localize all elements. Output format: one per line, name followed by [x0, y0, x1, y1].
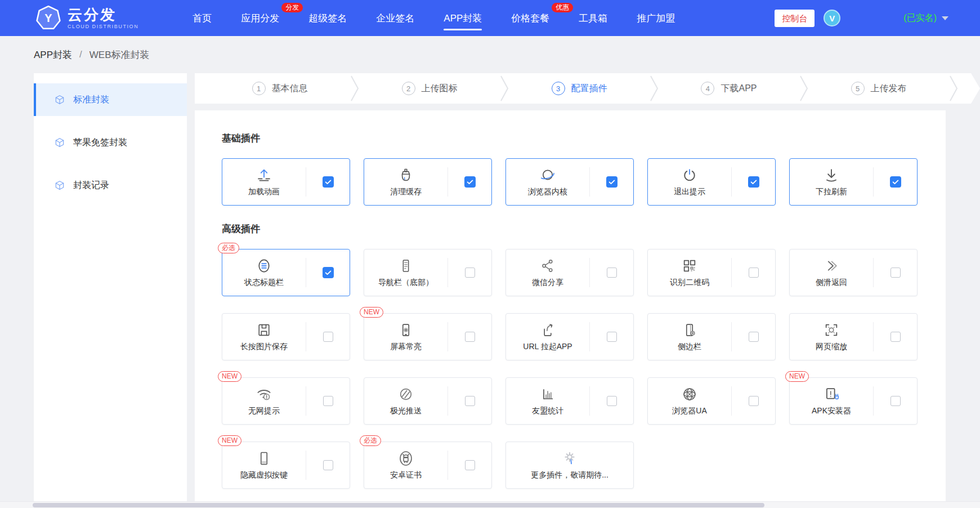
sidebar-item-3[interactable]: 封装记录: [34, 169, 187, 202]
umeng-stats-icon: [540, 386, 556, 403]
plugin-checkbox[interactable]: [607, 268, 617, 278]
plugin-card[interactable]: 更多插件，敬请期待...: [505, 442, 634, 489]
checkbox-wrap: [874, 332, 917, 342]
plugin-card-main: 状态标题栏: [222, 257, 306, 288]
nav-item-8[interactable]: 推广加盟: [622, 0, 690, 36]
plugin-card-main: 友盟统计: [506, 386, 589, 416]
step-4[interactable]: 4下载APP: [659, 82, 799, 95]
plugin-card[interactable]: 识别二维码: [647, 249, 776, 296]
plugin-checkbox[interactable]: [890, 396, 901, 406]
step-number: 5: [851, 82, 865, 95]
step-2[interactable]: 2上传图标: [359, 82, 500, 95]
nav-item-3[interactable]: 超级签名: [294, 0, 361, 36]
plugin-checkbox[interactable]: [465, 268, 475, 278]
sidebar-item-label: 苹果免签封装: [73, 137, 127, 149]
step-1[interactable]: 1基本信息: [209, 82, 350, 95]
plugin-card-main: 长按图片保存: [222, 322, 306, 352]
plugin-card[interactable]: 长按图片保存: [222, 313, 350, 360]
account-status-label: (已实名): [903, 12, 937, 24]
app-logo[interactable]: Y 云分发 CLOUD DISTRIBUTION: [36, 6, 138, 30]
nav-item-4[interactable]: 企业签名: [361, 0, 429, 36]
plugin-card[interactable]: 必选安卓证书: [364, 442, 492, 489]
checkbox-wrap: [306, 176, 350, 188]
plugin-label: 加载动画: [248, 187, 280, 197]
plugin-checkbox[interactable]: [749, 332, 759, 342]
nav-item-5[interactable]: APP封装: [429, 0, 496, 36]
plugin-checkbox[interactable]: [748, 176, 759, 188]
plugin-checkbox[interactable]: [890, 176, 901, 188]
plugin-card[interactable]: 退出提示: [647, 158, 776, 206]
plugin-checkbox[interactable]: [890, 268, 901, 278]
save-image-icon: [256, 322, 272, 338]
plugin-checkbox[interactable]: [606, 176, 617, 188]
console-button[interactable]: 控制台: [775, 10, 815, 27]
apk-installer-icon: [823, 386, 840, 403]
swipe-back-icon: [824, 257, 839, 274]
plugin-card[interactable]: 下拉刷新: [789, 158, 918, 206]
nav-item-label: 工具箱: [579, 12, 607, 25]
plugin-card[interactable]: NEW屏幕常亮: [364, 313, 492, 360]
plugin-checkbox[interactable]: [749, 396, 759, 406]
breadcrumb-section[interactable]: APP封装: [34, 48, 72, 61]
plugin-checkbox[interactable]: [465, 460, 475, 470]
plugin-card[interactable]: 极光推送: [364, 377, 492, 425]
nav-item-1[interactable]: 首页: [178, 0, 226, 36]
checkbox-wrap: [448, 268, 491, 278]
plugin-checkbox[interactable]: [890, 332, 901, 342]
plugin-checkbox[interactable]: [323, 176, 334, 188]
checkbox-wrap: [448, 396, 491, 406]
android-cert-icon: [397, 450, 415, 467]
account-status-dropdown[interactable]: (已实名): [903, 12, 948, 24]
plugin-checkbox[interactable]: [323, 332, 333, 342]
plugin-card[interactable]: 加载动画: [222, 158, 350, 206]
horizontal-scrollbar-thumb[interactable]: [33, 503, 764, 507]
plugin-card[interactable]: NEW无网提示: [222, 377, 350, 425]
clean-cache-icon: [398, 167, 414, 184]
plugin-card[interactable]: 网页缩放: [789, 313, 918, 360]
plugin-card[interactable]: 侧边栏: [647, 313, 776, 360]
plugin-checkbox[interactable]: [323, 460, 333, 470]
plugin-card-main: 无网提示: [222, 386, 306, 416]
step-5[interactable]: 5上传发布: [808, 82, 949, 95]
nav-badge: 分发: [281, 3, 303, 12]
nav-item-6[interactable]: 价格套餐优惠: [496, 0, 564, 36]
hide-virtual-keys-icon: [256, 450, 272, 467]
plugin-card-main: 网页缩放: [790, 322, 873, 352]
plugin-checkbox[interactable]: [464, 176, 476, 188]
plugin-card[interactable]: 侧滑返回: [789, 249, 918, 296]
avatar[interactable]: V: [824, 10, 840, 26]
plugin-label: 下拉刷新: [816, 187, 847, 197]
checkbox-wrap: [590, 176, 633, 188]
plugin-card-main: 识别二维码: [648, 257, 731, 288]
plugin-checkbox[interactable]: [323, 396, 333, 406]
horizontal-scrollbar-track[interactable]: [0, 501, 980, 508]
plugin-checkbox[interactable]: [607, 396, 617, 406]
plugin-card[interactable]: 清理缓存: [364, 158, 492, 206]
section-title: 高级插件: [222, 222, 919, 235]
step-3[interactable]: 3配置插件: [509, 82, 650, 95]
plugin-card-main: 下拉刷新: [790, 167, 873, 197]
plugin-checkbox[interactable]: [607, 332, 617, 342]
plugin-card[interactable]: 必选状态标题栏: [222, 249, 350, 296]
plugin-card[interactable]: 导航栏（底部）: [364, 249, 492, 296]
sidebar-item-1[interactable]: 标准封装: [34, 83, 187, 116]
sidebar-item-2[interactable]: 苹果免签封装: [34, 126, 187, 159]
plugin-card[interactable]: URL 拉起APP: [505, 313, 634, 360]
plugin-card[interactable]: 微信分享: [505, 249, 634, 296]
plugin-card[interactable]: 浏览器内核: [505, 158, 634, 206]
plugin-label: 长按图片保存: [240, 342, 288, 352]
nav-item-2[interactable]: 应用分发分发: [226, 0, 294, 36]
plugin-card-main: 安卓证书: [364, 450, 448, 480]
jpush-icon: [398, 386, 414, 403]
plugin-card[interactable]: NEW隐藏虚拟按键: [222, 442, 350, 489]
nav-item-7[interactable]: 工具箱: [564, 0, 622, 36]
plugin-card[interactable]: 友盟统计: [505, 377, 634, 425]
page-zoom-icon: [824, 322, 839, 338]
plugin-card[interactable]: 浏览器UA: [647, 377, 776, 425]
plugin-checkbox[interactable]: [465, 332, 475, 342]
plugin-checkbox[interactable]: [465, 396, 475, 406]
plugin-checkbox[interactable]: [323, 267, 334, 278]
plugin-label: 更多插件，敬请期待...: [531, 470, 608, 480]
plugin-card[interactable]: NEWAPK安装器: [789, 377, 918, 425]
plugin-checkbox[interactable]: [749, 268, 759, 278]
